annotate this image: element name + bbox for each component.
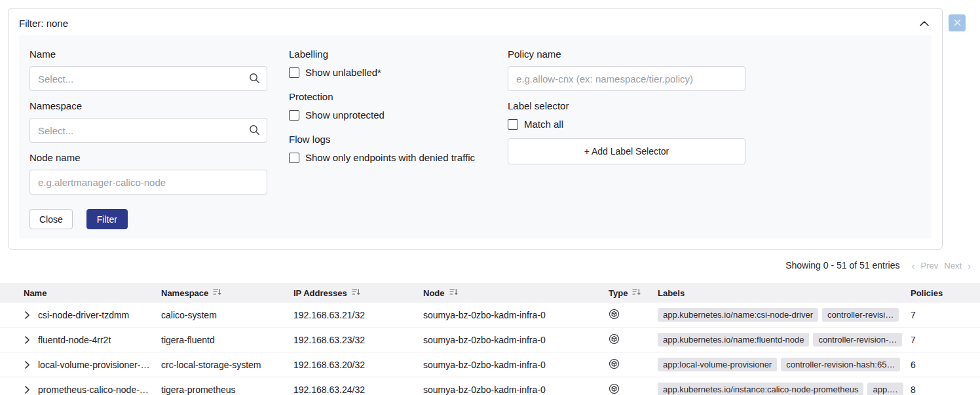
pod-icon [609, 309, 658, 322]
endpoint-ip: 192.168.63.23/32 [293, 335, 423, 345]
policies-count: 7 [911, 335, 980, 345]
label-badge: app.kubernetes.io/name:csi-node-driver [658, 308, 818, 322]
filter-panel-body: Name Namespace Node name [19, 35, 932, 238]
filter-button[interactable]: Filter [86, 209, 128, 229]
name-filter-label: Name [29, 48, 267, 60]
filter-column-left: Name Namespace Node name [29, 48, 267, 229]
show-unlabelled-label: Show unlabelled* [305, 67, 381, 78]
table-row[interactable]: csi-node-driver-tzdmm calico-system 192.… [0, 303, 980, 328]
name-filter-input[interactable] [29, 66, 267, 91]
column-header-node[interactable]: Node [423, 288, 609, 298]
label-badge: app.… [867, 383, 903, 395]
endpoint-namespace: tigera-fluentd [161, 335, 293, 345]
add-label-selector-button[interactable]: + Add Label Selector [508, 138, 745, 164]
protection-section-label: Protection [289, 91, 486, 102]
column-header-type[interactable]: Type [609, 288, 658, 298]
endpoint-name: fluentd-node-4rr2t [38, 335, 111, 345]
endpoint-namespace: tigera-prometheus [161, 385, 293, 395]
label-badge: controller-revision-hash:65… [781, 358, 900, 371]
endpoint-ip: 192.168.63.21/32 [293, 310, 423, 320]
table-row[interactable]: local-volume-provisioner-… crc-local-sto… [0, 352, 980, 377]
sort-icon[interactable] [632, 288, 641, 298]
policy-name-filter-input[interactable] [508, 66, 745, 91]
sort-icon[interactable] [213, 288, 221, 298]
close-icon [954, 18, 961, 28]
node-name-filter-label: Node name [29, 152, 267, 163]
flow-logs-section-label: Flow logs [289, 134, 486, 145]
filter-panel-title: Filter: none [19, 18, 68, 29]
expand-row-chevron-icon[interactable] [24, 360, 31, 370]
column-header-labels: Labels [658, 288, 911, 298]
filter-panel-header[interactable]: Filter: none [9, 9, 942, 35]
endpoint-name: csi-node-driver-tzdmm [38, 310, 129, 320]
policies-count: 7 [911, 310, 980, 320]
chevron-right-icon[interactable]: › [968, 261, 971, 271]
entries-summary: Showing 0 - 51 of 51 entries [785, 260, 899, 271]
denied-traffic-option[interactable]: Show only endpoints with denied traffic [289, 152, 486, 163]
show-unprotected-checkbox[interactable] [289, 110, 299, 121]
label-badge: app.kubernetes.io/instance:calico-node-p… [658, 383, 863, 395]
match-all-checkbox[interactable] [508, 119, 518, 130]
pagination-bar: Showing 0 - 51 of 51 entries ‹ Prev Next… [785, 260, 971, 271]
endpoint-namespace: calico-system [161, 310, 293, 320]
chevron-up-icon[interactable] [920, 17, 929, 29]
label-badge: controller-revisi… [822, 308, 899, 322]
filter-panel: Filter: none Name Namespace [8, 8, 943, 250]
show-unprotected-label: Show unprotected [305, 109, 385, 121]
endpoint-node: soumya-bz-0zbo-kadm-infra-0 [423, 360, 609, 370]
namespace-filter-input[interactable] [29, 118, 267, 143]
table-header-row: Name Namespace IP Addresses Node Type La… [0, 283, 980, 303]
filter-column-right: Policy name Label selector Match all + A… [508, 48, 745, 164]
filter-column-middle: Labelling Show unlabelled* Protection Sh… [289, 48, 486, 176]
endpoint-node: soumya-bz-0zbo-kadm-infra-0 [423, 385, 609, 395]
match-all-label: Match all [524, 119, 563, 130]
denied-traffic-checkbox[interactable] [289, 153, 299, 163]
endpoint-node: soumya-bz-0zbo-kadm-infra-0 [423, 335, 609, 345]
table-row[interactable]: fluentd-node-4rr2t tigera-fluentd 192.16… [0, 328, 980, 352]
endpoint-ip: 192.168.63.24/32 [293, 385, 423, 395]
labelling-section-label: Labelling [289, 48, 486, 60]
column-header-policies: Policies [911, 288, 980, 298]
dismiss-filter-button[interactable] [949, 14, 966, 31]
endpoints-table: Name Namespace IP Addresses Node Type La… [0, 283, 980, 395]
pod-icon [609, 358, 658, 371]
pod-icon [609, 383, 658, 395]
next-page-button[interactable]: Next [944, 261, 962, 271]
column-header-ip-addresses[interactable]: IP Addresses [293, 288, 423, 298]
policies-count: 8 [911, 385, 980, 395]
prev-page-button[interactable]: Prev [921, 261, 939, 271]
chevron-left-icon[interactable]: ‹ [912, 261, 915, 271]
column-header-namespace[interactable]: Namespace [161, 288, 293, 298]
show-unlabelled-checkbox[interactable] [289, 67, 299, 78]
table-row[interactable]: prometheus-calico-node-… tigera-promethe… [0, 377, 980, 395]
expand-row-chevron-icon[interactable] [24, 335, 31, 345]
match-all-option[interactable]: Match all [508, 119, 745, 130]
close-button[interactable]: Close [29, 209, 73, 229]
node-name-filter-input[interactable] [29, 170, 267, 195]
namespace-filter-label: Namespace [29, 100, 267, 111]
show-unprotected-option[interactable]: Show unprotected [289, 109, 486, 121]
sort-icon[interactable] [449, 288, 458, 298]
sort-icon[interactable] [352, 288, 360, 298]
label-badge: controller-revision-… [813, 333, 902, 347]
label-badge: app.kubernetes.io/name:fluentd-node [658, 333, 809, 347]
show-unlabelled-option[interactable]: Show unlabelled* [289, 67, 486, 78]
policies-count: 6 [911, 360, 980, 370]
policy-name-filter-label: Policy name [508, 48, 745, 60]
denied-traffic-label: Show only endpoints with denied traffic [305, 152, 475, 163]
label-badge: app:local-volume-provisioner [658, 358, 777, 371]
pod-icon [609, 333, 658, 347]
endpoint-ip: 192.168.63.20/32 [293, 360, 423, 370]
expand-row-chevron-icon[interactable] [24, 310, 31, 320]
endpoint-namespace: crc-local-storage-system [161, 360, 293, 370]
expand-row-chevron-icon[interactable] [24, 385, 31, 395]
column-header-name[interactable]: Name [24, 288, 161, 298]
label-selector-section-label: Label selector [508, 100, 745, 111]
endpoint-node: soumya-bz-0zbo-kadm-infra-0 [423, 310, 609, 320]
endpoint-name: prometheus-calico-node-… [38, 385, 149, 395]
endpoint-name: local-volume-provisioner-… [38, 360, 149, 370]
